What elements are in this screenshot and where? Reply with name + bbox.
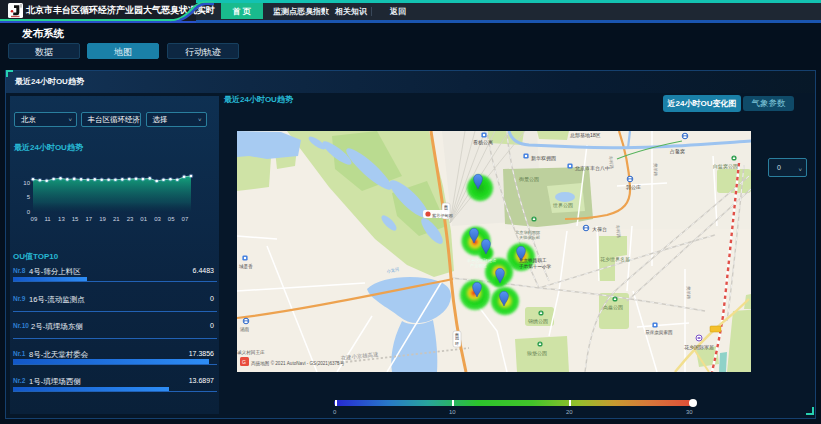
svg-text:23: 23 — [127, 216, 134, 222]
svg-text:北京市丰台八中: 北京市丰台八中 — [575, 165, 610, 172]
svg-text:11: 11 — [44, 216, 51, 222]
svg-text:17: 17 — [85, 216, 92, 222]
svg-text:10: 10 — [23, 180, 30, 186]
svg-text:看杨公寓: 看杨公寓 — [473, 139, 493, 146]
svg-text:环: 环 — [454, 341, 459, 346]
svg-text:紫谷伊甸园: 紫谷伊甸园 — [432, 213, 453, 218]
svg-text:郭公庄: 郭公庄 — [626, 184, 641, 191]
svg-text:北京铁路职工: 北京铁路职工 — [519, 257, 547, 264]
svg-text:白盆窝公园: 白盆窝公园 — [713, 163, 738, 170]
svg-text:御景公园: 御景公园 — [519, 176, 539, 183]
svg-text:樊羊路: 樊羊路 — [653, 163, 658, 177]
svg-text:占鳌窝: 占鳌窝 — [670, 148, 685, 155]
svg-text:高德地图 © 2021 AutoNavi - GS(2021: 高德地图 © 2021 AutoNavi - GS(2021)6375号 — [251, 360, 345, 367]
svg-text:5: 5 — [27, 194, 31, 200]
svg-text:世界公园: 世界公园 — [552, 202, 573, 209]
svg-text:0: 0 — [27, 209, 31, 215]
svg-text:子弟第十一小学: 子弟第十一小学 — [519, 264, 552, 269]
svg-text:花乡国际家居: 花乡国际家居 — [684, 344, 714, 351]
svg-text:G: G — [242, 359, 246, 365]
svg-text:19: 19 — [99, 216, 106, 222]
svg-text:城是香: 城是香 — [238, 263, 253, 270]
svg-text:锦绣公园: 锦绣公园 — [528, 318, 548, 325]
svg-text:15: 15 — [72, 216, 79, 222]
svg-text:05: 05 — [168, 216, 175, 222]
svg-text:花乡世界名居: 花乡世界名居 — [600, 256, 630, 263]
svg-text:樊羊路: 樊羊路 — [686, 286, 691, 300]
svg-text:09: 09 — [31, 216, 38, 222]
svg-text:涵雨: 涵雨 — [240, 326, 250, 332]
svg-text:新华双拥园: 新华双拥园 — [531, 155, 556, 162]
svg-text:天悦俱乐部: 天悦俱乐部 — [519, 235, 540, 240]
svg-text:产业园区: 产业园区 — [470, 263, 488, 268]
svg-text:高鑫公园: 高鑫公园 — [603, 304, 623, 311]
svg-text:13: 13 — [58, 216, 65, 222]
svg-text:21: 21 — [113, 216, 120, 222]
svg-text:狼垡公园: 狼垡公园 — [527, 350, 547, 357]
svg-text:07: 07 — [182, 216, 189, 222]
svg-text:03: 03 — [154, 216, 161, 222]
svg-text:总部基地18区: 总部基地18区 — [570, 132, 601, 139]
svg-text:01: 01 — [140, 216, 147, 222]
svg-text:大葆台: 大葆台 — [592, 226, 607, 232]
